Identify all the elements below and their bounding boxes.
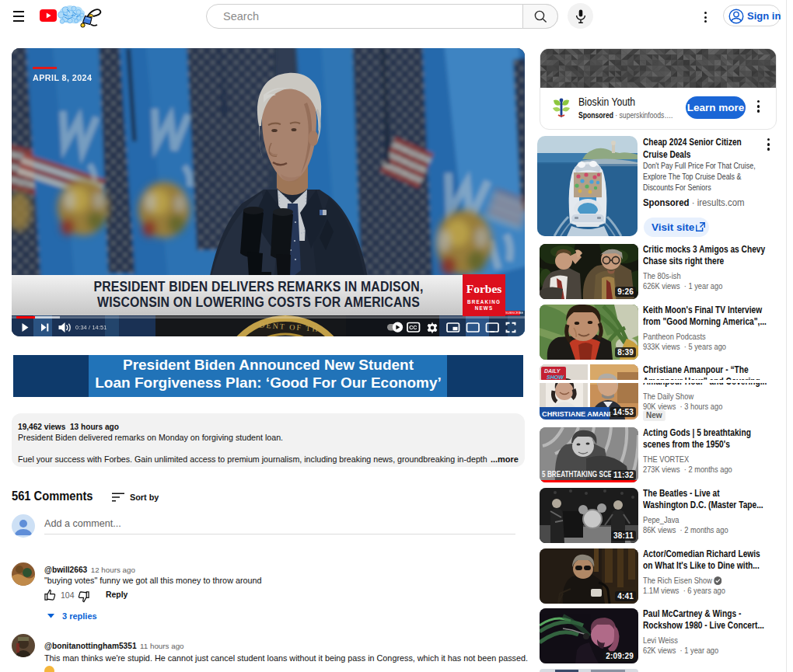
svg-text:DAILY: DAILY (544, 368, 561, 374)
svg-text:CC: CC (409, 325, 417, 330)
svg-text:SHOW: SHOW (547, 374, 564, 380)
svg-text:CHRISTIANE AMANPO: CHRISTIANE AMANPO (542, 410, 619, 418)
svg-text:0:34 / 14:51: 0:34 / 14:51 (75, 324, 107, 331)
svg-text:APRIL 8, 2024: APRIL 8, 2024 (33, 73, 92, 82)
